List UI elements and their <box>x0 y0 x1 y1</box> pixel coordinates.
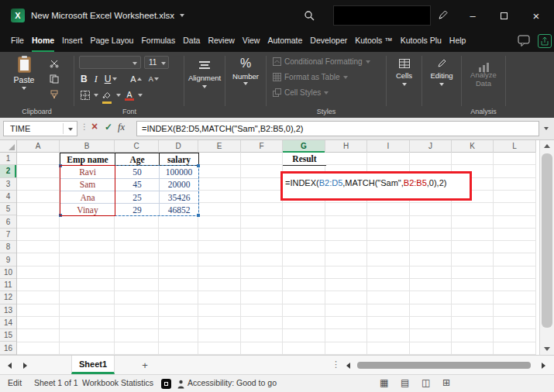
insert-function-button[interactable]: fx <box>118 122 125 133</box>
column-header-H[interactable]: H <box>325 140 367 153</box>
column-header-G[interactable]: G <box>283 140 325 153</box>
add-sheet-button[interactable]: + <box>138 358 152 372</box>
workbook-statistics-button[interactable]: Workbook Statistics <box>82 378 153 387</box>
name-box-dropdown-icon[interactable] <box>68 128 73 131</box>
alignment-group-button[interactable]: Alignment <box>184 52 225 118</box>
expand-formula-bar-icon[interactable] <box>544 127 549 130</box>
formula-bar-options-icon[interactable]: ⋮ <box>81 122 88 131</box>
menu-tab-home[interactable]: Home <box>32 31 54 52</box>
italic-button[interactable]: I <box>95 74 98 85</box>
row-header-14[interactable]: 14 <box>0 317 16 329</box>
scroll-down-button[interactable] <box>540 343 554 355</box>
row-header-6[interactable]: 6 <box>0 216 16 229</box>
number-group-button[interactable]: % Number <box>225 52 266 118</box>
fill-color-dropdown-icon[interactable] <box>116 94 121 97</box>
font-color-button[interactable]: A <box>125 91 134 101</box>
sheet-tab-sheet1[interactable]: Sheet1 <box>71 356 115 374</box>
comments-button[interactable] <box>518 35 531 50</box>
font-color-dropdown-icon[interactable] <box>138 94 143 97</box>
name-box[interactable]: TIME <box>3 121 77 136</box>
menu-tab-data[interactable]: Data <box>183 31 200 52</box>
minimize-button[interactable]: – <box>462 0 483 31</box>
hscroll-left-icon[interactable] <box>346 363 350 369</box>
font-size-combo[interactable]: 11 <box>144 56 169 69</box>
column-header-D[interactable]: D <box>159 140 198 153</box>
vertical-scroll-thumb[interactable] <box>542 153 552 328</box>
scroll-up-button[interactable] <box>540 140 554 152</box>
row-header-11[interactable]: 11 <box>0 279 16 291</box>
column-header-C[interactable]: C <box>115 140 159 153</box>
column-header-L[interactable]: L <box>494 140 536 153</box>
column-header-K[interactable]: K <box>452 140 494 153</box>
cells-group-button[interactable]: Cells <box>387 52 422 118</box>
fill-color-button[interactable] <box>102 88 112 104</box>
select-all-corner[interactable] <box>0 140 17 153</box>
vertical-scrollbar[interactable] <box>539 140 554 355</box>
paste-dropdown-icon[interactable] <box>22 87 26 90</box>
row-header-1[interactable]: 1 <box>0 153 16 165</box>
table-header-cell[interactable]: Emp name <box>60 153 115 166</box>
bold-button[interactable]: B <box>81 74 88 84</box>
menu-tab-kutools-plu[interactable]: Kutools Plu <box>401 31 442 52</box>
shrink-font-button[interactable]: A <box>149 75 159 83</box>
font-name-combo[interactable] <box>79 56 141 69</box>
menu-tab-page-layou[interactable]: Page Layou <box>90 31 133 52</box>
borders-button[interactable] <box>81 91 90 100</box>
row-header-7[interactable]: 7 <box>0 229 16 241</box>
maximize-button[interactable] <box>493 0 514 31</box>
menu-tab-developer[interactable]: Developer <box>310 31 347 52</box>
paste-button[interactable]: Paste <box>6 57 42 101</box>
format-painter-icon[interactable] <box>50 90 59 99</box>
menu-tab-insert[interactable]: Insert <box>62 31 82 52</box>
sheet-nav-right-icon[interactable] <box>23 363 27 369</box>
font-name-dropdown-icon[interactable] <box>132 62 137 65</box>
row-header-10[interactable]: 10 <box>0 266 16 279</box>
cell-styles-button[interactable]: Cell Styles <box>273 88 329 97</box>
title-chevron-icon[interactable] <box>180 14 184 17</box>
row-header-13[interactable]: 13 <box>0 304 16 317</box>
column-header-J[interactable]: J <box>410 140 452 153</box>
cut-icon[interactable] <box>50 59 59 68</box>
column-header-B[interactable]: B <box>60 140 115 153</box>
zoom-view-button[interactable]: ⊞ <box>442 377 450 388</box>
hscroll-right-icon[interactable] <box>542 363 545 369</box>
borders-dropdown-icon[interactable] <box>94 94 98 97</box>
page-break-preview-button[interactable]: ◫ <box>422 377 430 388</box>
row-header-3[interactable]: 3 <box>0 178 16 191</box>
underline-dropdown-icon[interactable] <box>112 77 117 81</box>
analyze-data-button[interactable]: Analyze Data <box>462 58 505 88</box>
column-header-F[interactable]: F <box>241 140 283 153</box>
cancel-button[interactable]: × <box>88 120 101 132</box>
column-header-E[interactable]: E <box>198 140 241 153</box>
row-header-5[interactable]: 5 <box>0 203 16 215</box>
search-icon[interactable] <box>304 10 315 21</box>
row-header-15[interactable]: 15 <box>0 329 16 342</box>
in-cell-formula[interactable]: =INDEX(B2:D5,MATCH("Sam",B2:B5,0),2) <box>283 174 470 187</box>
menu-tab-file[interactable]: File <box>11 31 24 52</box>
underline-button[interactable]: U <box>105 74 112 84</box>
column-header-I[interactable]: I <box>367 140 410 153</box>
share-button[interactable] <box>538 34 552 48</box>
column-header-A[interactable]: A <box>17 140 60 153</box>
row-header-4[interactable]: 4 <box>0 191 16 203</box>
spreadsheet-grid[interactable]: ABCDEFGHIJKL 12345678910111213141516 Emp… <box>0 140 554 355</box>
row-header-9[interactable]: 9 <box>0 253 16 266</box>
editing-group-button[interactable]: Editing <box>422 52 461 118</box>
row-header-2[interactable]: 2 <box>0 165 16 177</box>
accessibility-status[interactable]: Accessibility: Good to go <box>188 378 277 387</box>
table-header-cell[interactable]: Age <box>115 153 160 166</box>
sheet-nav-left-icon[interactable] <box>8 363 12 369</box>
menu-tab-review[interactable]: Review <box>208 31 234 52</box>
black-square-icon[interactable] <box>161 379 171 389</box>
pen-icon[interactable] <box>438 10 448 20</box>
close-button[interactable]: × <box>525 0 547 31</box>
more-options-icon[interactable]: ⋮ <box>332 359 340 370</box>
page-layout-view-button[interactable]: ▤ <box>401 377 409 388</box>
menu-tab-help[interactable]: Help <box>449 31 466 52</box>
menu-tab-view[interactable]: View <box>243 31 260 52</box>
menu-tab-automate[interactable]: Automate <box>267 31 302 52</box>
row-header-12[interactable]: 12 <box>0 291 16 304</box>
copy-icon[interactable] <box>50 74 59 84</box>
font-size-dropdown-icon[interactable] <box>161 62 166 65</box>
row-header-16[interactable]: 16 <box>0 342 16 355</box>
